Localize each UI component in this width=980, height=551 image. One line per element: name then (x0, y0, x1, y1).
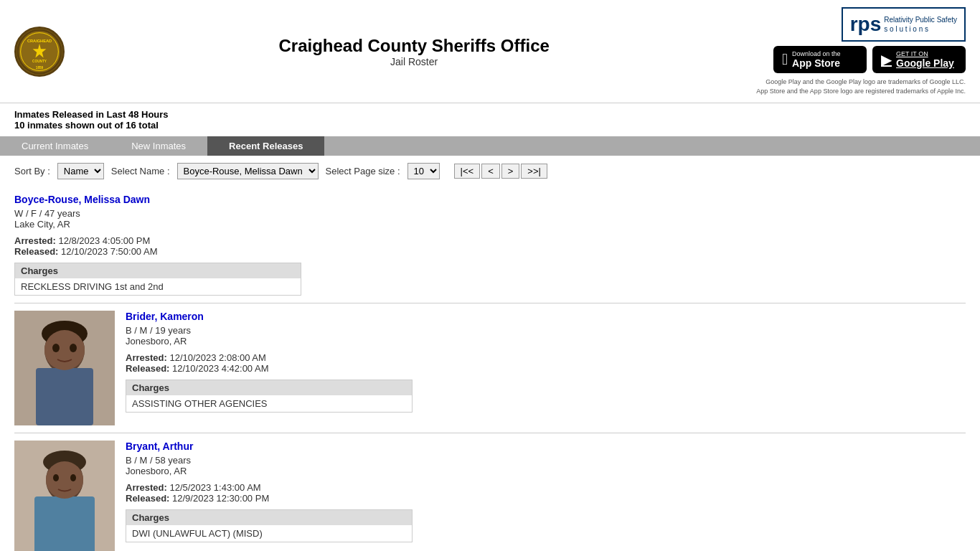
svg-point-19 (70, 474, 76, 481)
sort-select[interactable]: Name Date Age (57, 163, 104, 179)
google-play-icon: ▶ (881, 51, 892, 68)
inmate-row: Brider, Kameron B / M / 19 years Jonesbo… (14, 303, 966, 433)
info-line2: 10 inmates shown out of 16 total (14, 120, 966, 131)
inmate-row: Bryant, Arthur B / M / 58 years Jonesbor… (14, 433, 966, 551)
inmate-name-link[interactable]: Bryant, Arthur (126, 441, 193, 452)
info-bar: Inmates Released in Last 48 Hours 10 inm… (0, 103, 980, 136)
inmate-info: Boyce-Rouse, Melissa Dawn W / F / 47 yea… (14, 194, 966, 296)
charges-content: RECKLESS DRIVING 1st and 2nd (15, 278, 301, 295)
inmate-photo (14, 311, 115, 425)
inmate-demographics: W / F / 47 years Lake City, AR (14, 208, 966, 230)
charges-content: DWI (UNLAWFUL ACT) (MISD) (126, 525, 412, 542)
page-size-label: Select Page size : (326, 166, 400, 176)
svg-text:CRAIGHEAD: CRAIGHEAD (27, 38, 52, 42)
header-right: rps Relativity Public Safety s o l u t i… (756, 7, 966, 95)
sort-label: Sort By : (14, 166, 50, 176)
trademark-text: Google Play and the Google Play logo are… (756, 77, 966, 95)
nav-first-button[interactable]: |<< (454, 164, 481, 179)
sheriff-logo: CRAIGHEAD COUNTY 1859 (14, 27, 65, 77)
svg-point-12 (70, 344, 77, 352)
header: CRAIGHEAD COUNTY 1859 Craighead County S… (0, 0, 980, 103)
inmate-photo (14, 441, 115, 551)
charges-box: Charges ASSISTING OTHER AGENCIES (126, 380, 413, 413)
tabs: Current Inmates New Inmates Recent Relea… (0, 136, 980, 156)
charges-box: Charges DWI (UNLAWFUL ACT) (MISD) (126, 509, 413, 542)
header-title-area: Craighead County Sheriffs Office Jail Ro… (72, 36, 756, 67)
page-subtitle: Jail Roster (72, 56, 756, 67)
info-line1: Inmates Released in Last 48 Hours (14, 109, 966, 120)
svg-text:1859: 1859 (36, 66, 44, 70)
tab-current-inmates[interactable]: Current Inmates (0, 136, 110, 156)
rps-logo: rps Relativity Public Safety s o l u t i… (842, 7, 966, 42)
charges-content: ASSISTING OTHER AGENCIES (126, 395, 412, 412)
controls-bar: Sort By : Name Date Age Select Name : Bo… (0, 156, 980, 187)
inmate-demographics: B / M / 58 years Jonesboro, AR (126, 455, 966, 476)
nav-next-button[interactable]: > (501, 164, 520, 179)
svg-text:COUNTY: COUNTY (32, 60, 47, 63)
inmate-demographics: B / M / 19 years Jonesboro, AR (126, 325, 966, 347)
nav-last-button[interactable]: >>| (521, 164, 547, 179)
svg-rect-15 (34, 496, 95, 551)
google-play-button[interactable]: ▶ GET IT ON Google Play (872, 46, 966, 73)
inmate-dates: Arrested: 12/5/2023 1:43:00 AM Released:… (126, 482, 966, 504)
inmate-dates: Arrested: 12/10/2023 2:08:00 AM Released… (126, 352, 966, 374)
inmate-row: Boyce-Rouse, Melissa Dawn W / F / 47 yea… (14, 187, 966, 303)
page-size-select[interactable]: 10 25 50 (407, 163, 440, 179)
rps-tagline: Relativity Public Safety s o l u t i o n… (884, 15, 957, 34)
svg-point-10 (44, 330, 85, 370)
svg-rect-8 (36, 368, 93, 425)
inmate-info: Bryant, Arthur B / M / 58 years Jonesbor… (126, 441, 966, 542)
inmate-name-link[interactable]: Boyce-Rouse, Melissa Dawn (14, 194, 150, 205)
svg-point-18 (53, 474, 59, 481)
app-buttons:  Download on the App Store ▶ GET IT ON … (773, 46, 966, 73)
nav-prev-button[interactable]: < (481, 164, 500, 179)
inmate-info: Brider, Kameron B / M / 19 years Jonesbo… (126, 311, 966, 413)
inmate-name-link[interactable]: Brider, Kameron (126, 311, 204, 322)
pagination-nav: |<< < > >>| (454, 164, 547, 179)
tab-new-inmates[interactable]: New Inmates (110, 136, 207, 156)
inmate-dates: Arrested: 12/8/2023 4:05:00 PM Released:… (14, 235, 966, 257)
rps-text: rps (850, 13, 882, 36)
name-select[interactable]: Boyce-Rouse, Melissa Dawn Brider, Kamero… (177, 163, 319, 179)
page-wrapper: CRAIGHEAD COUNTY 1859 Craighead County S… (0, 0, 980, 551)
inmate-list: Boyce-Rouse, Melissa Dawn W / F / 47 yea… (0, 187, 980, 551)
svg-point-11 (52, 344, 60, 352)
apple-icon:  (782, 50, 788, 69)
svg-point-17 (46, 461, 83, 499)
app-store-button[interactable]:  Download on the App Store (773, 46, 867, 73)
charges-box: Charges RECKLESS DRIVING 1st and 2nd (14, 263, 301, 296)
page-title: Craighead County Sheriffs Office (72, 36, 756, 56)
sheriff-logo-area: CRAIGHEAD COUNTY 1859 (14, 27, 72, 77)
tab-recent-releases[interactable]: Recent Releases (207, 136, 324, 156)
name-label: Select Name : (111, 166, 170, 176)
